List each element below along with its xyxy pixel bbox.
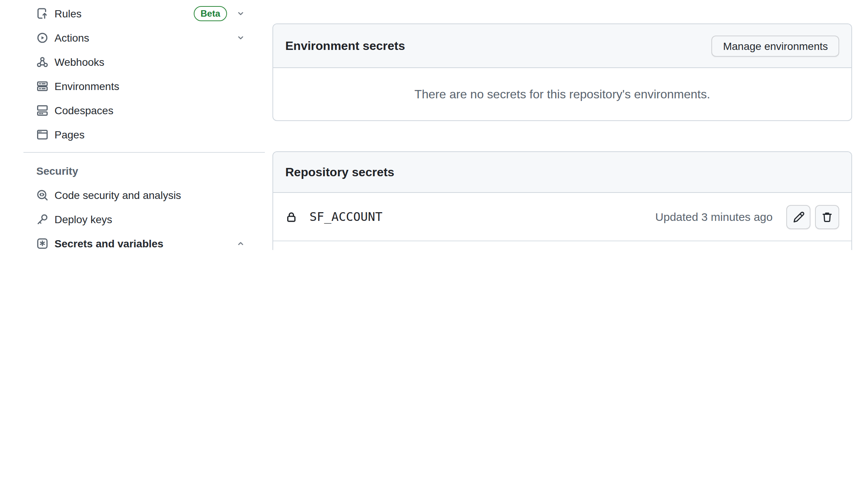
chevron-down-icon [236,9,245,18]
secret-row: SF_DATABASE Updated now [273,242,851,250]
codespaces-icon [36,104,48,116]
manage-environments-button[interactable]: Manage environments [712,35,839,56]
play-icon [36,32,48,44]
browser-icon [36,129,48,141]
sidebar-item-code-security[interactable]: Code security and analysis [32,183,257,207]
codescan-icon [36,189,48,201]
secret-updated: Updated 3 minutes ago [655,210,773,223]
delete-secret-button[interactable] [815,205,839,229]
sidebar-item-label: Codespaces [54,104,114,116]
sidebar-item-label: Deploy keys [54,213,112,225]
sidebar-item-pages[interactable]: Pages [32,123,257,147]
empty-state-message: There are no secrets for this repository… [414,87,710,101]
sidebar-item-label: Rules [54,8,82,20]
github-repo-settings-page: Rules Beta Actions [0,0,868,250]
environment-secrets-title: Environment secrets [285,39,405,53]
sidebar-item-webhooks[interactable]: Webhooks [32,50,257,74]
key-asterisk-icon [36,238,48,250]
secret-name: SF_ACCOUNT [310,210,383,224]
key-icon [36,213,48,225]
sidebar-divider [23,152,265,153]
sidebar-item-label: Webhooks [54,56,104,68]
environment-secrets-card: Environment secrets Manage environments … [272,23,852,121]
environment-secrets-empty-state: There are no secrets for this repository… [273,68,851,120]
webhook-icon [36,56,48,68]
sidebar-item-label: Pages [54,129,84,141]
secret-row: SF_ACCOUNT Updated 3 minutes ago [273,193,851,242]
sidebar-item-deploy-keys[interactable]: Deploy keys [32,207,257,231]
sidebar-item-label: Actions [54,32,89,44]
beta-badge: Beta [194,6,227,21]
chevron-down-icon [236,33,245,42]
sidebar-item-environments[interactable]: Environments [32,74,257,98]
sidebar-item-actions[interactable]: Actions [32,26,257,50]
edit-secret-button[interactable] [786,205,810,229]
chevron-up-icon [236,239,245,248]
sidebar-item-secrets-and-variables[interactable]: Secrets and variables [32,231,257,250]
environment-secrets-header: Environment secrets Manage environments [273,24,851,68]
sidebar-item-rules[interactable]: Rules Beta [32,2,257,26]
repository-secrets-title: Repository secrets [285,165,394,179]
settings-sidebar: Rules Beta Actions [23,0,265,250]
repository-secrets-card: Repository secrets SF_ACCOUNT Updated 3 … [272,151,852,250]
lock-icon [285,211,297,223]
sidebar-section-security: Security [23,160,265,182]
sidebar-item-label: Secrets and variables [54,238,163,250]
sidebar-item-label: Code security and analysis [54,189,181,201]
repository-secrets-header: Repository secrets [273,152,851,193]
sidebar-item-label: Environments [54,80,119,92]
server-icon [36,80,48,92]
rules-icon [36,8,48,20]
sidebar-item-codespaces[interactable]: Codespaces [32,98,257,123]
